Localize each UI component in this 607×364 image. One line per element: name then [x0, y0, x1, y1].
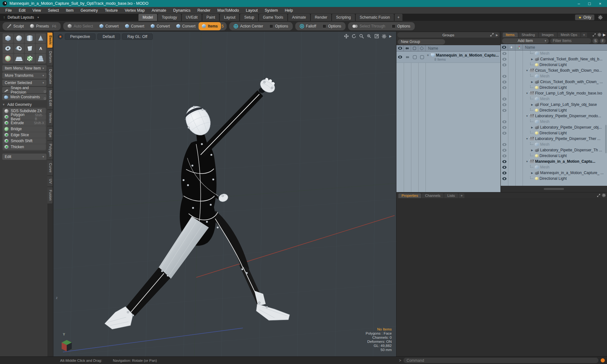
minimize-button[interactable]: –: [578, 1, 580, 6]
group-row-mannequin[interactable]: + Mannequin_in_a_Motion_Captu... 8 Items: [396, 52, 500, 63]
tree-expand-icon[interactable]: [530, 131, 533, 133]
layout-tab[interactable]: Animate: [288, 14, 310, 21]
menu-item[interactable]: Select: [45, 8, 63, 13]
menu-item[interactable]: Item: [62, 8, 77, 13]
gear-icon[interactable]: [598, 33, 601, 37]
filter-items-input[interactable]: Filter Items: [550, 38, 592, 44]
geometry-tool-button[interactable]: Bridge: [3, 126, 46, 132]
item-row[interactable]: Directional Light: [501, 62, 607, 68]
item-menu-dropdown[interactable]: Item Menu: New Item▾: [2, 65, 46, 71]
menu-item[interactable]: Edit: [15, 8, 29, 13]
tree-expand-icon[interactable]: [525, 160, 529, 163]
command-input[interactable]: Command: [403, 358, 598, 363]
item-row[interactable]: Circus_Ticket_Booth_with_Clown_ ...: [501, 79, 607, 85]
visibility-eye-icon[interactable]: [502, 155, 506, 157]
visibility-eye-icon[interactable]: [502, 166, 506, 169]
filter-mode-button[interactable]: F: [600, 38, 606, 44]
primitive-tool-button[interactable]: [14, 44, 24, 53]
zoom-icon[interactable]: [359, 34, 364, 39]
primitive-tool-button[interactable]: [3, 33, 13, 43]
visibility-eye-icon[interactable]: [502, 172, 506, 174]
tree-expand-icon[interactable]: [525, 115, 529, 118]
geometry-tool-button[interactable]: Edge Slice: [3, 132, 46, 138]
visibility-eye-icon[interactable]: [502, 132, 506, 135]
item-row[interactable]: Directional Light: [501, 85, 607, 90]
visibility-eye-icon[interactable]: [502, 52, 506, 55]
menu-item[interactable]: Dynamics: [170, 8, 194, 13]
viewport-3d[interactable]: Perspective Default Ray GL: Off ▶ No Ite…: [53, 32, 396, 356]
item-row[interactable]: Directional Light: [501, 130, 607, 136]
options-checkbox[interactable]: [392, 24, 395, 28]
geometry-tool-button[interactable]: Smooth Shift: [3, 138, 46, 144]
sculpt-button[interactable]: Sculpt: [4, 22, 27, 30]
tree-expand-icon[interactable]: [530, 58, 534, 61]
primitive-tool-button[interactable]: [3, 44, 13, 53]
geometry-tool-button[interactable]: Thicken: [3, 144, 46, 150]
groups-panel-header[interactable]: Groups ▶: [397, 32, 500, 38]
viewport-reset-icon[interactable]: [58, 34, 63, 39]
items-panel-tab[interactable]: Items: [503, 33, 518, 37]
edit-dropdown[interactable]: Edit▾: [2, 154, 46, 160]
layout-tab[interactable]: Schematic Fusion: [356, 14, 394, 21]
items-panel-tab[interactable]: +: [581, 33, 587, 37]
zoom-region-icon[interactable]: [367, 34, 371, 39]
toolbox-tab[interactable]: Duplicate: [47, 66, 52, 87]
group-checkbox[interactable]: [413, 55, 417, 59]
menu-item[interactable]: MaxToModo: [214, 8, 242, 13]
only-button[interactable]: ★ Only: [575, 15, 594, 20]
expand-panel-icon[interactable]: [490, 33, 494, 37]
falloff-button[interactable]: Falloff: [297, 22, 319, 30]
item-row[interactable]: Laboratory_Pipette_Dispenser_modo...: [501, 113, 607, 119]
item-row[interactable]: Carnival_Ticket_Booth_New_obj_b...: [501, 56, 607, 62]
tree-expand-icon[interactable]: [530, 85, 533, 88]
properties-tab[interactable]: Lists: [444, 193, 458, 198]
item-row[interactable]: Mannequin_in_a_Motion_Capture_ ...: [501, 170, 607, 176]
items-panel-tab[interactable]: Mesh Ops: [558, 33, 580, 37]
layout-tab[interactable]: Paint: [202, 14, 219, 21]
tree-expand-icon[interactable]: [530, 126, 534, 129]
menu-item[interactable]: Vertex Map: [121, 8, 148, 13]
select-through-button[interactable]: Select Through: [349, 22, 388, 30]
gear-icon[interactable]: [602, 193, 606, 197]
pan-icon[interactable]: [344, 34, 349, 39]
mannequin-model[interactable]: [105, 76, 290, 329]
presets-button[interactable]: Presets F6: [27, 22, 59, 30]
menu-item[interactable]: Texture: [101, 8, 121, 13]
tree-expand-icon[interactable]: [530, 108, 533, 111]
primitive-tool-button[interactable]: [36, 54, 46, 63]
visibility-eye-icon[interactable]: [502, 98, 506, 100]
primitive-tool-button[interactable]: [14, 33, 24, 43]
select-through-options-button[interactable]: Options: [389, 22, 414, 30]
visibility-eye-icon[interactable]: [502, 120, 506, 123]
menu-item[interactable]: Help: [281, 8, 297, 13]
visibility-eye-icon[interactable]: [502, 64, 506, 66]
menu-item[interactable]: View: [29, 8, 45, 13]
toolbox-tab[interactable]: Mesh Edit: [47, 88, 52, 109]
gear-icon[interactable]: [598, 15, 603, 20]
add-item-button[interactable]: Add Item ▾: [502, 38, 549, 44]
tree-expand-icon[interactable]: [530, 142, 533, 145]
layout-tab[interactable]: +: [395, 14, 402, 21]
groups-list[interactable]: + Mannequin_in_a_Motion_Captu... 8 Items: [396, 52, 500, 192]
item-row[interactable]: Mesh: [501, 119, 607, 124]
layout-tab[interactable]: Layout: [220, 14, 239, 21]
toolbox-tab[interactable]: Deform: [47, 48, 52, 66]
panel-chevron-icon[interactable]: ▶: [603, 33, 606, 37]
visibility-eye-icon[interactable]: [502, 177, 506, 180]
items-panel-tab[interactable]: Images: [539, 33, 557, 37]
tree-expand-icon[interactable]: [530, 119, 533, 122]
toolbox-tab[interactable]: Basic: [47, 33, 52, 48]
layout-up-icon[interactable]: ↑: [3, 15, 5, 20]
visibility-eye-icon[interactable]: [502, 58, 506, 61]
layout-tab[interactable]: Render: [311, 14, 331, 21]
items-tree[interactable]: Mesh: [501, 51, 607, 186]
shading-mode-dropdown[interactable]: Default: [97, 33, 120, 40]
expand-panel-icon[interactable]: [592, 33, 596, 37]
orbit-icon[interactable]: [352, 34, 356, 39]
toolbox-tab[interactable]: Edge: [47, 126, 52, 140]
panel-chevron-icon[interactable]: ▶: [496, 33, 498, 37]
item-row[interactable]: Mesh: [501, 142, 607, 147]
properties-tab[interactable]: Channels: [422, 193, 444, 198]
layout-tab[interactable]: Game Tools: [259, 14, 287, 21]
viewport-gear-icon[interactable]: [382, 34, 386, 39]
